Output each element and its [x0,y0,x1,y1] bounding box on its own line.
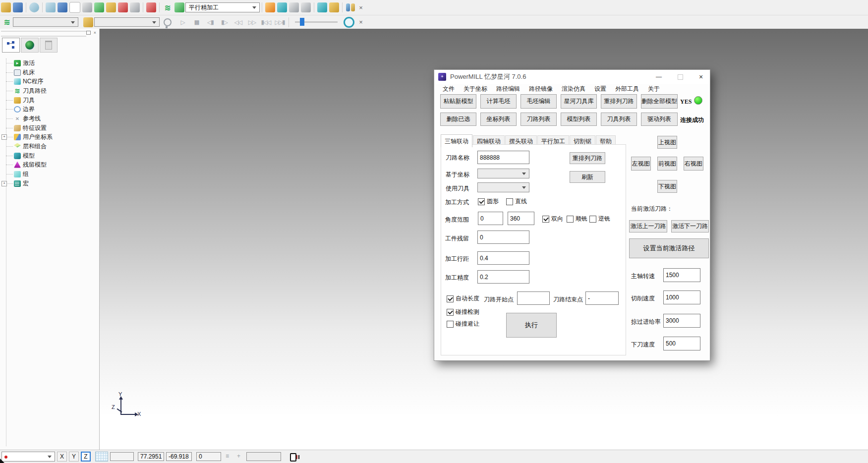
workplane-combobox[interactable] [477,169,529,178]
status-combobox[interactable] [1,452,55,462]
view-bottom-button[interactable]: 下视图 [657,180,677,193]
workplane-list-button[interactable]: 坐标列表 [480,113,517,126]
menu-workplane[interactable]: 关于坐标 [459,85,492,93]
rapid-move-heights-icon[interactable] [58,2,67,12]
toolbar-close-icon[interactable]: × [356,3,365,12]
toolpath-block-icon[interactable] [130,2,140,12]
rewind-button[interactable]: ◁◁ [232,17,244,27]
expand-icon[interactable] [1,181,7,186]
pattern-icon[interactable] [106,2,116,12]
speed-slider[interactable] [295,21,338,23]
play-button[interactable]: ▷ [176,17,188,27]
collision-check-checkbox[interactable] [447,309,454,316]
snap-value-field[interactable] [110,452,134,461]
pause-button[interactable]: ▮▮ [190,17,202,27]
auto-length-checkbox-row[interactable]: 自动长度 [447,294,479,303]
coord-list-icon[interactable]: ≡ [226,453,229,460]
step-back-button[interactable]: ◁▮ [204,17,216,27]
tolerance-input[interactable] [477,270,529,284]
view-left-button[interactable]: 左视图 [631,157,651,171]
line-checkbox-row[interactable]: 直线 [506,197,527,206]
sim-tool-combobox[interactable] [94,17,160,27]
delete-selected-button[interactable]: 删除已选 [440,113,476,126]
tree-item-patterns[interactable]: ✕参考线 [0,114,41,123]
minimize-button[interactable]: — [651,70,666,84]
tree-item-levels-sets[interactable]: 层和组合 [0,142,47,151]
tree-item-stock-models[interactable]: 残留模型 [0,160,47,169]
tree-item-workplanes[interactable]: 用户坐标系 [0,132,53,141]
resize-grip[interactable] [0,459,4,463]
menu-file[interactable]: 文件 [438,85,459,93]
menu-settings[interactable]: 设置 [590,85,611,93]
activate-next-toolpath-button[interactable]: 激活下一刀路 [671,220,709,232]
tree-item-boundaries[interactable]: 边界 [0,105,35,114]
tree-item-groups[interactable]: 组 [0,170,29,178]
save-project-icon[interactable] [13,2,23,12]
bidir-checkbox-row[interactable]: 双向 [542,215,563,223]
bidir-checkbox[interactable] [542,216,549,223]
spindle-speed-input[interactable] [663,268,700,282]
lightbulb-icon[interactable] [164,18,172,26]
menu-path-mirror[interactable]: 路径镜像 [524,85,557,93]
circle-checkbox[interactable] [478,198,485,205]
circle-checkbox-row[interactable]: 圆形 [478,197,499,206]
transform-icon[interactable] [329,2,339,12]
tool-library-button[interactable]: 星河刀具库 [561,94,597,109]
drive-list-button[interactable]: 驱动列表 [641,113,678,126]
tool-verify-icon[interactable] [277,2,287,12]
menu-render-sim[interactable]: 渲染仿真 [557,85,590,93]
view-right-button[interactable]: 右视图 [684,157,703,171]
line-checkbox[interactable] [506,198,513,205]
tree-item-tools[interactable]: 刀具 [0,96,35,105]
expand-icon[interactable] [1,134,7,140]
tree-item-machine-tool[interactable]: 机床 [0,68,35,77]
tree-item-nc-programs[interactable]: NC程序 [0,77,43,86]
nc-program-icon[interactable] [69,2,80,13]
view-top-button[interactable]: 上视图 [657,136,677,149]
conventional-checkbox-row[interactable]: 逆铣 [589,215,610,223]
paste-new-model-button[interactable]: 粘贴新模型 [440,94,476,109]
create-tool-icon[interactable] [82,2,92,12]
explorer-tree-tab[interactable] [2,38,20,53]
workplane-picker-icon[interactable]: + [237,453,240,460]
rearrange-toolpaths-button[interactable]: 重排列刀路 [601,94,637,109]
speed-slider-handle[interactable] [300,18,304,26]
view-front-button[interactable]: 前视图 [657,157,677,171]
execute-button[interactable]: 执行 [506,313,557,338]
menu-path-edit[interactable]: 路径编辑 [492,85,524,93]
strategy-combobox[interactable]: 平行精加工 [185,2,260,12]
create-block-icon[interactable] [46,2,56,12]
collision-warning-icon[interactable] [265,2,275,12]
tool-simulate-icon[interactable] [146,2,156,12]
sim-toolpath-combobox[interactable] [13,17,78,27]
set-active-path-button[interactable]: 设置当前激活路径 [629,238,709,258]
explorer-world-tab[interactable] [21,38,39,53]
plunge-feed-input[interactable] [663,337,700,350]
menu-about[interactable]: 关于 [643,85,664,93]
delete-all-models-button[interactable]: 删除全部模型 [641,94,678,109]
tree-item-toolpaths[interactable]: ≋刀具路径 [0,86,47,95]
boundary-icon[interactable] [94,2,104,12]
grid-snap-button[interactable] [95,452,108,462]
start-point-input[interactable] [517,291,550,305]
toolpath-name-input[interactable] [477,151,529,164]
panel-float-icon[interactable] [86,30,91,35]
cutting-feed-input[interactable] [663,290,700,304]
stock-left-input[interactable] [477,231,529,244]
ruler-icon[interactable] [301,2,311,12]
angle-to-input[interactable] [508,212,534,225]
angle-from-input[interactable] [478,212,503,225]
panel-close-icon[interactable]: × [92,30,98,35]
refresh-button[interactable]: 刷新 [570,171,605,183]
axis-x-button[interactable]: X [57,452,67,462]
menu-external-tools[interactable]: 外部工具 [611,85,643,93]
step-forward-button[interactable]: ▮▷ [218,17,230,27]
axis-y-button[interactable]: Y [69,452,79,462]
fixture-clamp-icon[interactable] [317,2,327,12]
stepover-input[interactable] [477,251,529,265]
shaded-model-icon[interactable] [29,2,39,12]
climb-checkbox-row[interactable]: 顺铣 [567,215,587,223]
rearrange-button[interactable]: 重排列刀路 [570,152,605,164]
tab-3axis[interactable]: 三轴联动 [441,134,472,147]
close-button[interactable]: × [694,70,708,84]
